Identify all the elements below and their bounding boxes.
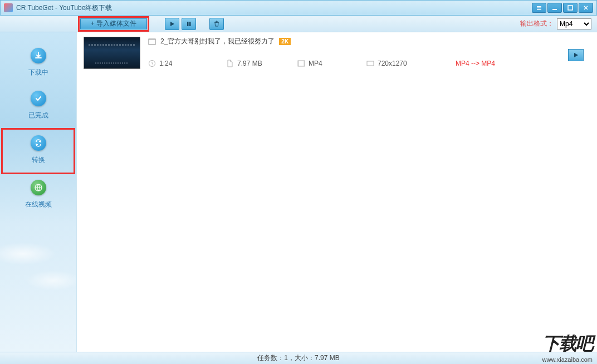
video-title: 2_官方大哥别封我了，我已经很努力了	[160, 37, 275, 46]
video-list-item[interactable]: 2_官方大哥别封我了，我已经很努力了 2K 1:24 7.97 MB MP4	[77, 32, 597, 73]
import-highlight: + 导入媒体文件	[78, 16, 149, 32]
output-format-label: 输出格式：	[520, 19, 554, 28]
statusbar: 任务数：1，大小：7.97 MB	[0, 352, 597, 364]
status-text: 任务数：1，大小：7.97 MB	[257, 353, 339, 363]
toolbar: + 导入媒体文件 输出格式： Mp4	[0, 16, 597, 32]
meta-duration: 1:24	[148, 60, 226, 67]
sidebar-item-online[interactable]: 在线视频	[0, 174, 76, 217]
play-toolbar-button[interactable]	[165, 18, 179, 30]
video-meta: 1:24 7.97 MB MP4 720x1270 MP4 --> MP4	[148, 60, 590, 67]
titlebar: CR TubeGet - YouTube终极下载	[0, 0, 597, 16]
meta-filesize: 7.97 MB	[226, 60, 297, 67]
meta-format: MP4	[297, 60, 366, 67]
quality-badge: 2K	[279, 38, 291, 45]
resolution-value: 720x1270	[378, 60, 407, 67]
video-icon	[148, 38, 156, 46]
window-controls	[532, 3, 593, 13]
svg-rect-4	[568, 6, 572, 10]
output-format-select[interactable]: Mp4	[557, 18, 591, 29]
svg-rect-14	[367, 61, 374, 66]
sidebar-item-convert[interactable]: 转换	[1, 128, 75, 174]
svg-rect-5	[187, 22, 189, 26]
svg-rect-2	[537, 9, 541, 10]
resolution-icon	[366, 60, 374, 67]
app-icon	[4, 3, 13, 12]
svg-rect-3	[552, 9, 557, 10]
check-icon	[31, 91, 46, 106]
file-icon	[226, 60, 234, 67]
filesize-value: 7.97 MB	[237, 60, 262, 67]
download-icon	[31, 48, 46, 63]
sidebar-item-label: 在线视频	[25, 200, 52, 209]
main-area: 下载中 已完成 转换 在线视频 2_官方大哥别封我了，我已经很努力了 2K	[0, 32, 597, 352]
sidebar-item-label: 已完成	[28, 111, 48, 120]
svg-rect-13	[304, 61, 305, 66]
format-value: MP4	[309, 60, 322, 67]
conversion-text: MP4 --> MP4	[456, 60, 495, 67]
sidebar-item-completed[interactable]: 已完成	[0, 85, 76, 128]
meta-resolution: 720x1270	[366, 60, 456, 67]
convert-icon	[31, 135, 46, 151]
sidebar-item-downloading[interactable]: 下载中	[0, 42, 76, 85]
svg-rect-9	[149, 39, 155, 40]
svg-rect-6	[189, 22, 191, 26]
svg-rect-0	[537, 6, 541, 7]
toolbar-group	[165, 18, 224, 30]
video-title-row: 2_官方大哥别封我了，我已经很努力了 2K	[148, 37, 590, 46]
format-icon	[297, 60, 305, 67]
video-info: 2_官方大哥别封我了，我已经很努力了 2K 1:24 7.97 MB MP4	[148, 37, 590, 69]
clock-icon	[148, 60, 156, 67]
duration-value: 1:24	[159, 60, 172, 67]
globe-icon	[31, 180, 46, 195]
toolbar-right: 输出格式： Mp4	[520, 18, 591, 29]
sidebar: 下载中 已完成 转换 在线视频	[0, 32, 77, 352]
import-media-button[interactable]: + 导入媒体文件	[80, 18, 147, 29]
svg-rect-12	[298, 61, 299, 66]
delete-toolbar-button[interactable]	[209, 18, 224, 30]
sidebar-item-label: 下载中	[28, 68, 48, 77]
play-video-button[interactable]	[568, 49, 584, 61]
pause-toolbar-button[interactable]	[182, 18, 196, 30]
sidebar-decoration	[0, 240, 76, 307]
sidebar-item-label: 转换	[32, 155, 45, 165]
video-thumbnail	[84, 37, 140, 69]
close-button[interactable]	[579, 3, 593, 13]
maximize-button[interactable]	[563, 3, 578, 13]
settings-button[interactable]	[532, 3, 546, 13]
content-area: 2_官方大哥别封我了，我已经很努力了 2K 1:24 7.97 MB MP4	[77, 32, 597, 352]
svg-rect-1	[537, 8, 541, 9]
window-title: CR TubeGet - YouTube终极下载	[16, 3, 532, 13]
minimize-button[interactable]	[547, 3, 562, 13]
